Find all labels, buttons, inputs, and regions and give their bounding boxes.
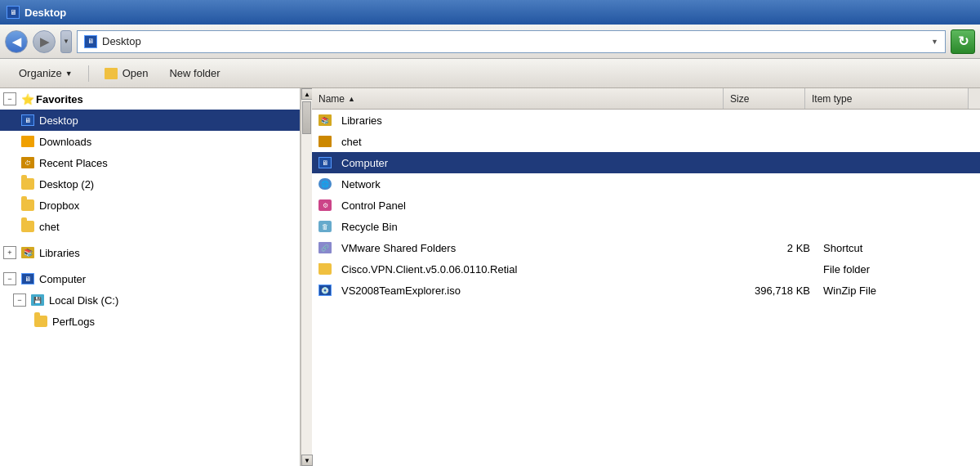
sidebar-item-desktop[interactable]: 🖥 Desktop xyxy=(0,110,300,131)
file-row-vs2008[interactable]: 💿 VS2008TeamExplorer.iso 396,718 KB WinZ… xyxy=(312,280,980,301)
sidebar-item-libraries[interactable]: + 📚 Libraries xyxy=(0,242,300,263)
libraries-file-icon: 📚 xyxy=(318,114,332,126)
title-bar: 🖥 Desktop xyxy=(0,0,980,25)
col-header-name[interactable]: Name ▲ xyxy=(312,88,724,109)
col-header-size[interactable]: Size xyxy=(724,88,805,109)
organize-dropdown-icon: ▼ xyxy=(65,69,73,78)
col-size-label: Size xyxy=(730,93,749,105)
sidebar-item-dropbox-label: Dropbox xyxy=(39,199,79,212)
sidebar-item-recent-places[interactable]: ⏱ Recent Places xyxy=(0,152,300,173)
col-type-label: Item type xyxy=(812,93,852,105)
scroll-thumb[interactable] xyxy=(302,101,311,134)
sidebar-item-perflogs[interactable]: PerfLogs xyxy=(0,311,300,332)
organize-button[interactable]: Organize ▼ xyxy=(10,63,82,84)
col-name-label: Name xyxy=(318,93,345,105)
left-panel-container: − ⭐ Favorites 🖥 Desktop Downloads ⏱ Rece… xyxy=(0,88,312,466)
file-name-computer: Computer xyxy=(341,157,388,169)
file-size-vs2008: 396,718 KB xyxy=(735,285,817,297)
file-list-header: Name ▲ Size Item type xyxy=(312,88,980,110)
sidebar-item-downloads[interactable]: Downloads xyxy=(0,131,300,152)
sidebar-item-recent-places-label: Recent Places xyxy=(39,157,108,169)
vmware-file-icon: 🔗 xyxy=(318,242,332,253)
right-panel: Name ▲ Size Item type 📚 Libraries xyxy=(312,88,980,466)
computer-expand[interactable]: − xyxy=(3,272,16,285)
sidebar-item-chet-label: chet xyxy=(39,221,60,233)
file-name-vmware: VMware Shared Folders xyxy=(341,242,456,254)
address-box[interactable]: 🖥 Desktop ▼ xyxy=(77,30,946,53)
organize-label: Organize xyxy=(19,67,62,79)
libraries-expand[interactable]: + xyxy=(3,246,16,259)
new-folder-label: New folder xyxy=(169,67,220,79)
open-label: Open xyxy=(122,67,149,79)
computer-tree-icon: 🖥 xyxy=(21,273,34,285)
downloads-icon xyxy=(21,136,34,147)
vs2008-file-icon: 💿 xyxy=(318,285,332,296)
file-row-chet[interactable]: chet xyxy=(312,131,980,152)
desktop-icon: 🖥 xyxy=(21,114,34,126)
new-folder-button[interactable]: New folder xyxy=(160,63,229,84)
open-button[interactable]: Open xyxy=(96,63,158,84)
address-bar: ◀ ▶ ▼ 🖥 Desktop ▼ ↻ xyxy=(0,25,980,59)
file-type-cisco: File folder xyxy=(817,263,980,276)
sidebar-item-dropbox[interactable]: Dropbox xyxy=(0,195,300,216)
desktop2-icon xyxy=(21,178,34,190)
col-name-sort-icon: ▲ xyxy=(348,95,355,103)
file-name-chet: chet xyxy=(341,136,362,148)
sidebar-item-desktop-label: Desktop xyxy=(39,114,78,127)
sidebar-item-desktop2-label: Desktop (2) xyxy=(39,178,94,190)
file-name-control-panel: Control Panel xyxy=(341,199,406,212)
favorites-star-icon: ⭐ xyxy=(21,93,34,105)
back-button[interactable]: ◀ xyxy=(5,30,28,53)
sidebar-item-computer[interactable]: − 🖥 Computer xyxy=(0,268,300,289)
sidebar-item-computer-label: Computer xyxy=(39,273,86,285)
file-name-vs2008: VS2008TeamExplorer.iso xyxy=(341,285,461,297)
file-name-recycle-bin: Recycle Bin xyxy=(341,221,398,233)
favorites-section[interactable]: − ⭐ Favorites xyxy=(0,88,300,110)
dropbox-icon xyxy=(21,199,34,211)
file-size-vmware: 2 KB xyxy=(735,242,817,254)
toolbar-separator-1 xyxy=(88,65,89,82)
window-title: Desktop xyxy=(24,7,66,19)
libraries-icon: 📚 xyxy=(21,247,34,258)
sidebar-item-perflogs-label: PerfLogs xyxy=(52,316,95,328)
toolbar: Organize ▼ Open New folder xyxy=(0,59,980,88)
file-name-libraries: Libraries xyxy=(341,114,382,127)
scroll-up-arrow[interactable]: ▲ xyxy=(301,88,313,100)
recycle-bin-file-icon: 🗑 xyxy=(318,221,332,232)
file-name-network: Network xyxy=(341,178,381,190)
perflogs-icon xyxy=(34,316,47,327)
control-panel-file-icon: ⚙ xyxy=(318,199,332,211)
local-disk-expand[interactable]: − xyxy=(13,293,26,307)
sidebar-item-desktop2[interactable]: Desktop (2) xyxy=(0,173,300,195)
refresh-button[interactable]: ↻ xyxy=(951,29,975,54)
scroll-down-arrow[interactable]: ▼ xyxy=(301,455,313,466)
file-type-vmware: Shortcut xyxy=(817,242,980,254)
file-row-libraries[interactable]: 📚 Libraries xyxy=(312,110,980,131)
sidebar-item-libraries-label: Libraries xyxy=(39,247,80,259)
cisco-file-icon xyxy=(318,263,332,275)
sidebar-item-downloads-label: Downloads xyxy=(39,136,91,148)
address-dropdown-arrow[interactable]: ▼ xyxy=(931,38,938,46)
address-text: Desktop xyxy=(102,35,141,47)
hdd-icon: 💾 xyxy=(31,294,44,306)
file-type-vs2008: WinZip File xyxy=(817,285,980,297)
window-icon: 🖥 xyxy=(7,6,20,19)
favorites-expand[interactable]: − xyxy=(3,92,16,105)
file-row-computer[interactable]: 🖥 Computer xyxy=(312,152,980,173)
col-header-type[interactable]: Item type xyxy=(805,88,969,109)
sidebar-item-chet[interactable]: chet xyxy=(0,216,300,237)
file-row-vmware[interactable]: 🔗 VMware Shared Folders 2 KB Shortcut xyxy=(312,237,980,258)
left-scrollbar[interactable]: ▲ ▼ xyxy=(301,88,312,466)
forward-button[interactable]: ▶ xyxy=(33,30,56,53)
file-row-network[interactable]: 🌐 Network xyxy=(312,173,980,195)
nav-history-dropdown[interactable]: ▼ xyxy=(60,30,72,53)
open-icon xyxy=(105,68,118,79)
file-row-recycle-bin[interactable]: 🗑 Recycle Bin xyxy=(312,216,980,237)
sidebar-item-local-disk[interactable]: − 💾 Local Disk (C:) xyxy=(0,289,300,311)
location-icon: 🖥 xyxy=(84,35,97,48)
file-row-cisco[interactable]: Cisco.VPN.Client.v5.0.06.0110.Retial Fil… xyxy=(312,258,980,280)
file-row-control-panel[interactable]: ⚙ Control Panel xyxy=(312,195,980,216)
computer-file-icon: 🖥 xyxy=(318,157,332,168)
sidebar-item-local-disk-label: Local Disk (C:) xyxy=(49,294,118,307)
recent-places-icon: ⏱ xyxy=(21,157,34,168)
